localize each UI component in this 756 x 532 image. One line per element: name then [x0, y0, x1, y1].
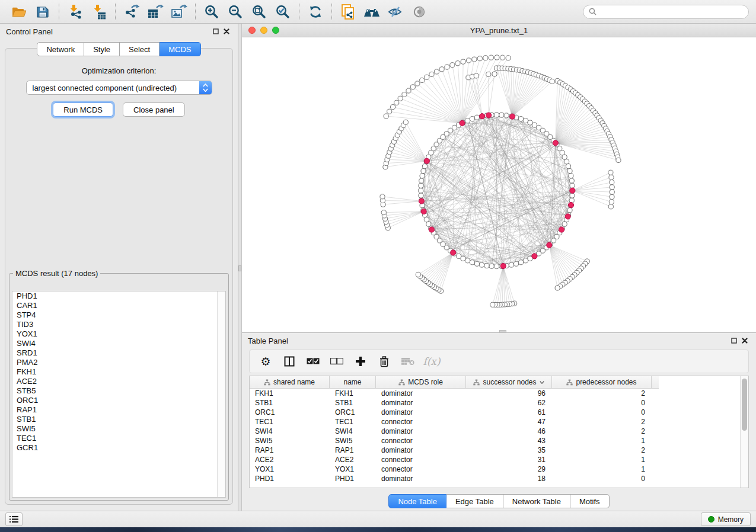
graph-leaf-node[interactable]: [381, 210, 386, 215]
graph-leaf-node[interactable]: [434, 69, 439, 74]
mcds-result-item[interactable]: STB5: [12, 386, 225, 396]
graph-node[interactable]: [569, 178, 574, 183]
mcds-result-item[interactable]: YOX1: [12, 329, 225, 339]
tab-node-table[interactable]: Node Table: [388, 494, 446, 508]
graph-leaf-node[interactable]: [486, 72, 491, 76]
deselect-all-button[interactable]: [328, 352, 346, 370]
task-history-button[interactable]: [5, 512, 23, 526]
graph-leaf-node[interactable]: [555, 286, 560, 290]
export-web-button[interactable]: [336, 2, 360, 22]
graph-leaf-node[interactable]: [403, 120, 408, 124]
graph-node[interactable]: [422, 164, 427, 169]
mcds-result-item[interactable]: SWI5: [12, 424, 225, 434]
graph-leaf-node[interactable]: [489, 55, 493, 60]
close-table-panel-button[interactable]: [739, 336, 750, 345]
splitter-grip[interactable]: [238, 265, 241, 271]
graph-node[interactable]: [564, 159, 569, 164]
graph-node[interactable]: [419, 188, 423, 193]
table-row[interactable]: SWI5SWI5connector431: [250, 436, 748, 446]
result-scrollbar[interactable]: [217, 291, 225, 497]
export-image-button[interactable]: [167, 2, 191, 22]
graph-node-selected[interactable]: [421, 209, 426, 214]
graph-node-selected[interactable]: [424, 158, 429, 164]
graph-node[interactable]: [567, 208, 572, 213]
graph-node-selected[interactable]: [568, 203, 573, 208]
graph-node[interactable]: [523, 118, 528, 123]
graph-leaf-node[interactable]: [474, 73, 479, 78]
table-row[interactable]: TEC1TEC1connector472: [250, 417, 748, 427]
graph-leaf-node[interactable]: [495, 55, 499, 60]
table-row[interactable]: ORC1ORC1dominator610: [250, 408, 748, 417]
table-row[interactable]: ACE2ACE2connector311: [250, 455, 748, 464]
graph-node[interactable]: [528, 120, 532, 125]
graph-leaf-node[interactable]: [450, 63, 455, 68]
column-header-shared-name[interactable]: shared name: [250, 376, 330, 388]
table-row[interactable]: FKH1FKH1dominator962: [250, 389, 748, 398]
column-header-predecessor-nodes[interactable]: predecessor nodes: [552, 376, 652, 388]
zoom-fit-button[interactable]: [247, 2, 271, 22]
graph-node[interactable]: [424, 217, 429, 222]
graph-node-selected[interactable]: [547, 242, 552, 248]
hide-selection-button[interactable]: [384, 2, 407, 22]
graph-node-selected[interactable]: [559, 227, 564, 232]
graph-node[interactable]: [509, 262, 513, 267]
graph-node-selected[interactable]: [570, 188, 575, 193]
tab-style[interactable]: Style: [84, 42, 120, 56]
tab-select[interactable]: Select: [120, 42, 160, 56]
mcds-result-item[interactable]: TID3: [12, 320, 225, 329]
table-row[interactable]: PHD1PHD1dominator180: [250, 474, 748, 483]
graph-node[interactable]: [562, 222, 567, 226]
graph-leaf-node[interactable]: [492, 72, 497, 76]
export-network-button[interactable]: [120, 2, 143, 22]
graph-leaf-node[interactable]: [394, 100, 399, 105]
graph-leaf-node[interactable]: [610, 194, 614, 199]
graph-node-selected[interactable]: [509, 114, 515, 119]
graph-leaf-node[interactable]: [477, 56, 482, 61]
graph-node[interactable]: [419, 178, 424, 183]
graph-leaf-node[interactable]: [445, 65, 449, 69]
import-table-button[interactable]: [87, 2, 111, 22]
graph-node-selected[interactable]: [532, 254, 537, 259]
tab-network[interactable]: Network: [37, 42, 84, 56]
show-all-button[interactable]: [407, 2, 431, 22]
search-input[interactable]: [600, 7, 743, 17]
graph-node[interactable]: [518, 260, 523, 265]
table-scrollbar-thumb[interactable]: [742, 379, 747, 431]
graph-node[interactable]: [569, 174, 573, 178]
graph-leaf-node[interactable]: [610, 180, 614, 185]
table-scrollbar[interactable]: [740, 376, 748, 488]
column-header-name[interactable]: name: [330, 376, 376, 388]
graph-leaf-node[interactable]: [425, 75, 429, 79]
graph-node[interactable]: [567, 169, 572, 174]
graph-node[interactable]: [465, 118, 470, 123]
open-file-button[interactable]: [7, 2, 31, 22]
graph-node-selected[interactable]: [565, 214, 570, 219]
graph-leaf-node[interactable]: [608, 204, 613, 209]
run-mcds-button[interactable]: Run MCDS: [53, 102, 113, 117]
graph-leaf-node[interactable]: [429, 72, 434, 76]
graph-node[interactable]: [420, 174, 425, 178]
import-network-button[interactable]: [63, 2, 87, 22]
graph-leaf-node[interactable]: [466, 58, 471, 63]
mcds-result-item[interactable]: CAR1: [12, 301, 225, 310]
graph-node[interactable]: [479, 262, 484, 267]
graph-node[interactable]: [562, 155, 567, 159]
mcds-result-item[interactable]: ACE2: [12, 377, 225, 386]
delete-table-button[interactable]: [399, 352, 417, 370]
maximize-window-button[interactable]: [272, 27, 279, 34]
graph-node[interactable]: [489, 264, 494, 268]
graph-node-selected[interactable]: [429, 227, 434, 232]
delete-column-button[interactable]: [375, 352, 393, 370]
graph-node-selected[interactable]: [553, 140, 558, 146]
graph-leaf-node[interactable]: [439, 67, 444, 72]
graph-node[interactable]: [461, 256, 465, 261]
graph-leaf-node[interactable]: [500, 55, 505, 60]
graph-node[interactable]: [523, 258, 528, 263]
mcds-result-item[interactable]: SRD1: [12, 348, 225, 358]
graph-node[interactable]: [518, 117, 523, 121]
graph-leaf-node[interactable]: [420, 78, 425, 82]
export-table-button[interactable]: [143, 2, 167, 22]
graph-leaf-node[interactable]: [415, 81, 420, 86]
mcds-result-item[interactable]: TEC1: [12, 434, 225, 443]
graph-node[interactable]: [504, 113, 509, 118]
